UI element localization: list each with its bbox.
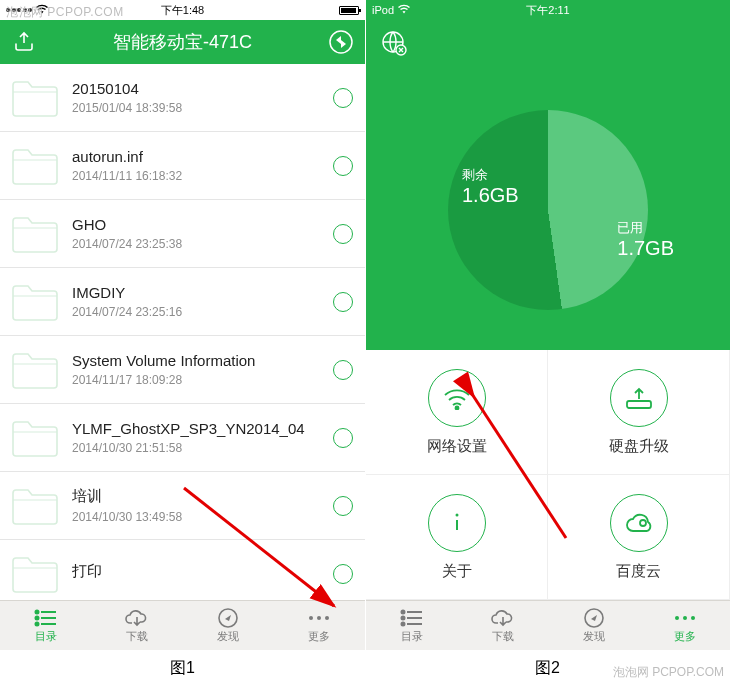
svg-point-27 (683, 616, 687, 620)
tab-label: 下载 (126, 629, 148, 644)
folder-icon (6, 142, 64, 190)
tab-label: 更多 (674, 629, 696, 644)
select-radio[interactable] (333, 156, 353, 176)
folder-icon (6, 210, 64, 258)
svg-point-17 (455, 513, 458, 516)
upload-icon[interactable] (10, 28, 38, 56)
select-radio[interactable] (333, 88, 353, 108)
file-date: 2015/01/04 18:39:58 (72, 101, 333, 115)
file-name: System Volume Information (72, 352, 333, 369)
file-row[interactable]: autorun.inf 2014/11/11 16:18:32 (0, 132, 365, 200)
svg-point-6 (35, 623, 38, 626)
select-radio[interactable] (333, 360, 353, 380)
folder-icon (6, 278, 64, 326)
file-name: autorun.inf (72, 148, 333, 165)
cloud-icon (610, 494, 668, 552)
tab-bar: 目录下载发现更多 (366, 600, 730, 650)
annotation-arrow (184, 488, 354, 632)
status-bar: iPod 下午2:11 (366, 0, 730, 20)
watermark-bottom: 泡泡网 PCPOP.COM (613, 664, 724, 681)
tab-目录[interactable]: 目录 (366, 601, 457, 650)
svg-point-5 (35, 617, 38, 620)
folder-icon (6, 414, 64, 462)
svg-line-29 (472, 394, 566, 538)
file-name: GHO (72, 216, 333, 233)
svg-point-23 (401, 617, 404, 620)
folder-icon (6, 550, 64, 598)
file-date: 2014/11/11 16:18:32 (72, 169, 333, 183)
used-space-label: 已用 1.7GB (617, 219, 674, 260)
tab-label: 目录 (401, 629, 423, 644)
file-row[interactable]: IMGDIY 2014/07/24 23:25:16 (0, 268, 365, 336)
file-date: 2014/07/24 23:25:16 (72, 305, 333, 319)
nav-bar (366, 20, 730, 70)
storage-pie-chart (448, 110, 648, 310)
file-date: 2014/11/17 18:09:28 (72, 373, 333, 387)
list-icon (34, 607, 58, 629)
tab-label: 下载 (492, 629, 514, 644)
svg-point-18 (640, 520, 646, 526)
file-row[interactable]: System Volume Information 2014/11/17 18:… (0, 336, 365, 404)
globe-x-icon[interactable] (380, 29, 408, 62)
storage-panel: 剩余 1.6GB 已用 1.7GB (366, 70, 730, 350)
tab-发现[interactable]: 发现 (548, 601, 639, 650)
svg-point-14 (455, 406, 458, 409)
cloud-down-icon (490, 607, 516, 629)
free-space-label: 剩余 1.6GB (462, 166, 519, 207)
watermark-top: 泡泡网 PCPOP.COM (6, 4, 124, 21)
svg-point-28 (691, 616, 695, 620)
battery-icon (339, 6, 359, 15)
menu-label: 百度云 (616, 562, 661, 581)
tab-label: 发现 (583, 629, 605, 644)
svg-point-24 (401, 623, 404, 626)
refresh-arrows-icon[interactable] (327, 28, 355, 56)
tab-更多[interactable]: 更多 (639, 601, 730, 650)
file-row[interactable]: 20150104 2015/01/04 18:39:58 (0, 64, 365, 132)
folder-icon (6, 346, 64, 394)
tab-下载[interactable]: 下载 (91, 601, 182, 650)
file-row[interactable]: GHO 2014/07/24 23:25:38 (0, 200, 365, 268)
nav-bar: 智能移动宝-471C (0, 20, 365, 64)
nav-title: 智能移动宝-471C (113, 30, 252, 54)
svg-point-22 (401, 611, 404, 614)
svg-point-26 (675, 616, 679, 620)
file-name: 20150104 (72, 80, 333, 97)
screen-1: 下午1:48 智能移动宝-471C 20150104 2015/01/04 18… (0, 0, 365, 650)
folder-icon (6, 482, 64, 530)
svg-point-4 (35, 611, 38, 614)
compass-icon (583, 607, 605, 629)
select-radio[interactable] (333, 292, 353, 312)
screen-2: iPod 下午2:11 剩余 1.6GB (365, 0, 730, 650)
file-date: 2014/07/24 23:25:38 (72, 237, 333, 251)
folder-icon (6, 74, 64, 122)
svg-rect-15 (627, 401, 651, 408)
svg-line-11 (184, 488, 334, 606)
cloud-down-icon (124, 607, 150, 629)
tab-目录[interactable]: 目录 (0, 601, 91, 650)
status-time: 下午2:11 (366, 3, 730, 18)
list-icon (400, 607, 424, 629)
file-name: IMGDIY (72, 284, 333, 301)
select-radio[interactable] (333, 224, 353, 244)
tab-下载[interactable]: 下载 (457, 601, 548, 650)
select-radio[interactable] (333, 428, 353, 448)
caption-1: 图1 (0, 650, 365, 679)
file-name: YLMF_GhostXP_SP3_YN2014_04 (72, 420, 333, 437)
dots-icon (673, 607, 697, 629)
disk-up-icon (610, 369, 668, 427)
file-row[interactable]: YLMF_GhostXP_SP3_YN2014_04 2014/10/30 21… (0, 404, 365, 472)
annotation-arrow (466, 388, 586, 552)
file-date: 2014/10/30 21:51:58 (72, 441, 333, 455)
menu-label: 关于 (442, 562, 472, 581)
tab-label: 目录 (35, 629, 57, 644)
menu-label: 硬盘升级 (609, 437, 669, 456)
